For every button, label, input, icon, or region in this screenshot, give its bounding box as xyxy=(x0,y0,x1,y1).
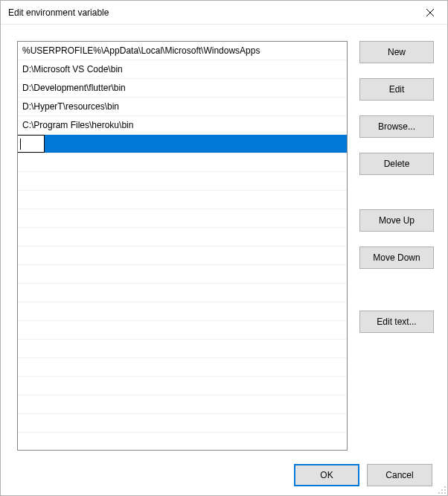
titlebar: Edit environment variable xyxy=(1,1,447,25)
list-item-empty[interactable] xyxy=(18,265,347,284)
close-icon xyxy=(426,9,434,16)
inline-edit-input[interactable] xyxy=(18,135,45,153)
list-item-empty[interactable] xyxy=(18,414,347,433)
window-title: Edit environment variable xyxy=(8,7,413,18)
list-item-editing[interactable] xyxy=(18,135,347,153)
list-item-empty[interactable] xyxy=(18,191,347,209)
move-down-button[interactable]: Move Down xyxy=(359,247,434,269)
list-item-empty[interactable] xyxy=(18,209,347,228)
dialog-footer: OK Cancel xyxy=(17,461,434,486)
move-up-button[interactable]: Move Up xyxy=(359,209,434,232)
browse-button[interactable]: Browse... xyxy=(359,115,434,138)
list-item[interactable]: C:\Program Files\heroku\bin xyxy=(18,116,347,135)
list-item-empty[interactable] xyxy=(18,153,347,172)
list-item-empty[interactable] xyxy=(18,340,347,358)
text-caret xyxy=(20,139,21,150)
list-item[interactable]: D:\Microsoft VS Code\bin xyxy=(18,60,347,79)
resize-grip[interactable] xyxy=(435,483,446,494)
close-button[interactable] xyxy=(413,1,447,25)
list-item-empty[interactable] xyxy=(18,247,347,265)
edit-button[interactable]: Edit xyxy=(359,78,434,101)
list-item-empty[interactable] xyxy=(18,358,347,377)
list-item[interactable]: %USERPROFILE%\AppData\Local\Microsoft\Wi… xyxy=(18,42,347,60)
edit-text-button[interactable]: Edit text... xyxy=(359,311,434,333)
list-item-empty[interactable] xyxy=(18,321,347,340)
side-button-column: New Edit Browse... Delete Move Up Move D… xyxy=(359,41,434,451)
list-item[interactable]: D:\Development\flutter\bin xyxy=(18,79,347,98)
dialog-window: Edit environment variable %USERPROFILE%\… xyxy=(0,0,448,496)
ok-button[interactable]: OK xyxy=(294,464,359,486)
list-item-empty[interactable] xyxy=(18,395,347,414)
list-item-empty[interactable] xyxy=(18,302,347,321)
list-item[interactable]: D:\HyperT\resources\bin xyxy=(18,98,347,116)
main-row: %USERPROFILE%\AppData\Local\Microsoft\Wi… xyxy=(17,41,434,451)
delete-button[interactable]: Delete xyxy=(359,153,434,175)
cancel-button[interactable]: Cancel xyxy=(367,464,432,486)
list-item-empty[interactable] xyxy=(18,284,347,302)
list-item-empty[interactable] xyxy=(18,172,347,191)
list-item-empty[interactable] xyxy=(18,377,347,395)
list-item-empty[interactable] xyxy=(18,228,347,247)
client-area: %USERPROFILE%\AppData\Local\Microsoft\Wi… xyxy=(1,25,447,495)
new-button[interactable]: New xyxy=(359,41,434,63)
path-listbox[interactable]: %USERPROFILE%\AppData\Local\Microsoft\Wi… xyxy=(17,41,348,451)
